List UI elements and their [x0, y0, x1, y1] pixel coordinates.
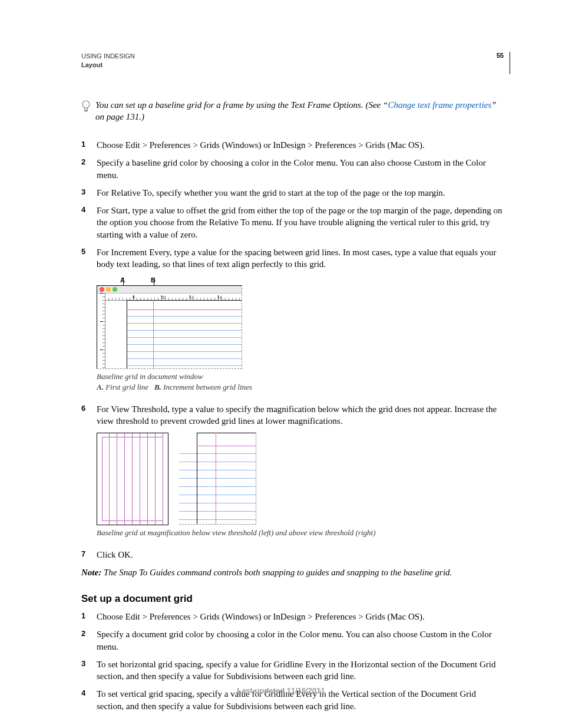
svg-point-0 [82, 101, 90, 108]
tip-link[interactable]: Change text frame properties [388, 100, 491, 110]
doc-step-1: Choose Edit > Preferences > Grids (Windo… [81, 611, 504, 622]
step-7: Click OK. [81, 549, 504, 561]
figure-1-label-a: A [120, 276, 125, 285]
steps-list-3: Click OK. [81, 549, 504, 561]
doc-step-2: Specify a document grid color by choosin… [81, 628, 504, 653]
figure-2-right [179, 433, 256, 525]
figure-1-caption: Baseline grid in document window A. Firs… [97, 371, 504, 392]
figure-1-caption-title: Baseline grid in document window [97, 371, 504, 382]
figure-1-pointer-b [154, 278, 154, 286]
vertical-ruler [97, 293, 105, 368]
figure-1-caption-a-text: First grid line [105, 383, 148, 391]
tip-text-pre: You can set up a baseline grid for a fra… [95, 100, 388, 110]
figure-2-left [97, 433, 168, 525]
margin-guide-horizontal [127, 309, 242, 310]
steps-list-4: Choose Edit > Preferences > Grids (Windo… [81, 611, 504, 712]
figure-1-caption-a-label: A. [97, 383, 104, 391]
figure-1-caption-b-label: B. [154, 383, 161, 391]
step-6: For View Threshold, type a value to spec… [81, 403, 504, 427]
page-number: 55 [497, 52, 504, 59]
steps-list-1: Choose Edit > Preferences > Grids (Windo… [81, 139, 504, 270]
margin-guide-vertical [153, 300, 154, 368]
figure-1-pointer-a [123, 278, 124, 286]
step-3: For Relative To, specify whether you wan… [81, 187, 504, 199]
running-header: USING INDESIGN Layout 55 [81, 52, 510, 74]
steps-list-2: For View Threshold, type a value to spec… [81, 403, 504, 427]
header-section: Layout [81, 61, 135, 70]
footer-updated: Last updated 11/16/2011 [0, 686, 562, 695]
header-title: USING INDESIGN [81, 52, 135, 61]
page-boundary [127, 300, 242, 368]
step-4: For Start, type a value to offset the gr… [81, 205, 504, 241]
figure-1-label-b: B [151, 276, 156, 285]
window-traffic-lights [100, 287, 117, 292]
step-5: For Increment Every, type a value for th… [81, 246, 504, 271]
section-heading: Set up a document grid [81, 592, 504, 606]
figure-2-caption: Baseline grid at magnification below vie… [97, 528, 504, 538]
figure-2 [97, 433, 504, 525]
lightbulb-icon [81, 100, 91, 116]
tip-block: You can set up a baseline grid for a fra… [81, 99, 504, 123]
note-block: Note: The Snap To Guides command control… [81, 566, 504, 578]
figure-1-caption-b-text: Increment between grid lines [163, 383, 252, 391]
figure-1: A B 8 10 12 14 [97, 276, 504, 369]
step-1: Choose Edit > Preferences > Grids (Windo… [81, 139, 504, 151]
step-2: Specify a baseline grid color by choosin… [81, 157, 504, 181]
doc-step-3: To set horizontal grid spacing, specify … [81, 658, 504, 683]
note-label: Note: [81, 568, 101, 577]
note-text: The Snap To Guides command controls both… [104, 568, 452, 577]
